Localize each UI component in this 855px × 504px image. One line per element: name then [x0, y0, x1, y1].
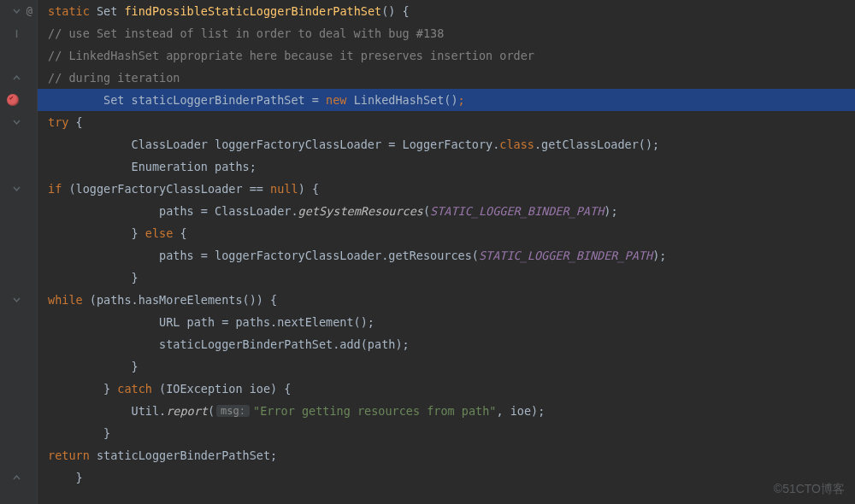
- code-line[interactable]: Enumeration paths;: [38, 155, 855, 178]
- gutter[interactable]: @: [0, 0, 38, 504]
- code-line[interactable]: } else {: [38, 222, 855, 244]
- code-line[interactable]: // use Set instead of list in order to d…: [38, 22, 855, 44]
- chevron-down-icon: [13, 119, 21, 126]
- code-line[interactable]: URL path = paths.nextElement();: [38, 311, 855, 333]
- breakpoint-icon: [7, 94, 19, 106]
- watermark: ©51CTO博客: [774, 482, 845, 497]
- code-line[interactable]: Util.report(msg: "Error getting resource…: [38, 400, 855, 422]
- code-line[interactable]: staticLoggerBinderPathSet.add(path);: [38, 333, 855, 355]
- code-line[interactable]: }: [38, 422, 855, 444]
- fold-toggle[interactable]: [0, 178, 38, 200]
- code-line[interactable]: paths = ClassLoader.getSystemResources(S…: [38, 200, 855, 222]
- code-line[interactable]: paths = loggerFactoryClassLoader.getReso…: [38, 244, 855, 267]
- chevron-down-icon: [13, 185, 21, 193]
- code-line[interactable]: // LinkedHashSet appropriate here becaus…: [38, 44, 855, 67]
- fold-toggle[interactable]: [0, 22, 38, 44]
- code-line[interactable]: while (paths.hasMoreElements()) {: [38, 289, 855, 311]
- chevron-up-icon: [13, 74, 21, 82]
- fold-toggle[interactable]: [0, 0, 38, 22]
- fold-toggle[interactable]: [0, 111, 38, 133]
- fold-toggle[interactable]: [0, 466, 38, 489]
- code-line[interactable]: }: [38, 355, 855, 378]
- fold-line-icon: [13, 30, 21, 38]
- chevron-down-icon: [13, 296, 21, 304]
- fold-toggle[interactable]: [0, 67, 38, 89]
- code-line[interactable]: if (loggerFactoryClassLoader == null) {: [38, 178, 855, 200]
- code-line[interactable]: return staticLoggerBinderPathSet;: [38, 444, 855, 466]
- code-line[interactable]: ClassLoader loggerFactoryClassLoader = L…: [38, 133, 855, 155]
- code-line[interactable]: // during iteration: [38, 67, 855, 89]
- chevron-up-icon: [13, 474, 21, 482]
- code-editor[interactable]: static Set findPossibleStaticLoggerBinde…: [38, 0, 855, 504]
- code-line[interactable]: static Set findPossibleStaticLoggerBinde…: [38, 0, 855, 22]
- breakpoint-marker[interactable]: [0, 89, 38, 111]
- code-line[interactable]: Set staticLoggerBinderPathSet = new Link…: [38, 89, 855, 111]
- code-line[interactable]: } catch (IOException ioe) {: [38, 378, 855, 400]
- fold-toggle[interactable]: [0, 289, 38, 311]
- code-line[interactable]: }: [38, 267, 855, 289]
- code-line[interactable]: }: [38, 466, 855, 489]
- code-line[interactable]: try {: [38, 111, 855, 133]
- chevron-down-icon: [13, 8, 21, 15]
